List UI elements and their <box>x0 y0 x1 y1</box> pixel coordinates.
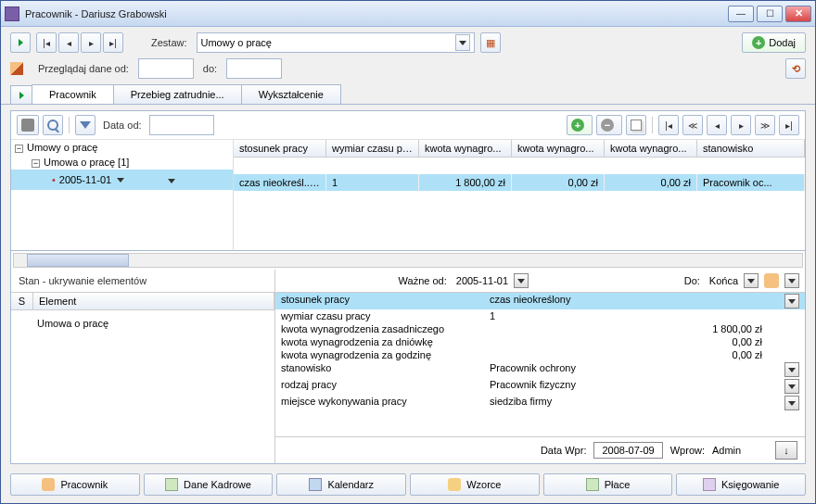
date-to-input[interactable] <box>226 58 282 79</box>
browse-label: Przeglądaj dane od: <box>34 63 133 74</box>
filter-button[interactable] <box>75 115 96 135</box>
calendar-icon <box>309 478 322 491</box>
collapse-icon[interactable]: − <box>32 159 40 168</box>
col-wymiar[interactable]: wymiar czasu pr... <box>326 140 419 157</box>
do-value: Końca <box>709 275 738 286</box>
do-label: Do: <box>534 275 704 286</box>
detail-grid: stosunek pracyczas nieokreślonywymiar cz… <box>275 293 805 436</box>
scroll-down-button[interactable]: ↓ <box>775 441 797 460</box>
detail-dropdown[interactable] <box>784 396 799 410</box>
grid-fastnext-button[interactable]: ≫ <box>755 115 775 135</box>
date-from-input[interactable] <box>138 58 194 79</box>
h-scrollbar[interactable] <box>13 253 803 268</box>
wazne-od-dropdown[interactable] <box>514 273 529 288</box>
detail-row[interactable]: stanowiskoPracownik ochrony <box>275 361 805 378</box>
grid-next-button[interactable]: ▸ <box>731 115 751 135</box>
wazne-od-label: Ważne od: <box>281 275 451 286</box>
detail-row[interactable]: stosunek pracyczas nieokreślony <box>275 293 805 309</box>
refresh-button[interactable]: ⟲ <box>785 58 806 79</box>
edit-icon[interactable] <box>10 62 23 75</box>
detail-dropdown[interactable] <box>784 294 799 309</box>
btab-kalendarz[interactable]: Kalendarz <box>276 473 406 496</box>
tabs-play-button[interactable] <box>10 85 32 104</box>
close-button[interactable]: ✕ <box>785 6 811 22</box>
grid-first-button[interactable]: |◂ <box>658 115 679 135</box>
detail-row[interactable]: kwota wynagrodzenia za godzinę0,00 zł <box>275 348 805 361</box>
detail-value: siedziba firmy <box>490 396 784 410</box>
detail-row[interactable]: wymiar czasu pracy1 <box>275 309 805 322</box>
col-kwota2[interactable]: kwota wynagro... <box>512 140 605 157</box>
grid-last-button[interactable]: ▸| <box>779 115 799 135</box>
col-kwota3[interactable]: kwota wynagro... <box>605 140 697 157</box>
maximize-button[interactable]: ☐ <box>757 6 783 22</box>
collapse-icon[interactable]: − <box>15 145 23 153</box>
detail-row[interactable]: kwota wynagrodzenia zasadniczego1 800,00… <box>275 322 805 335</box>
tree-root[interactable]: −Umowy o pracę <box>11 140 233 155</box>
col-kwota1[interactable]: kwota wynagro... <box>419 140 512 157</box>
person-icon[interactable] <box>764 273 779 288</box>
filter-icon <box>80 121 91 129</box>
col-element[interactable]: Element <box>33 293 274 309</box>
detail-value: Pracownik fizyczny <box>490 379 784 394</box>
btab-ksiegowanie[interactable]: Księgowanie <box>676 473 806 496</box>
col-stanowisko[interactable]: stanowisko <box>697 140 805 157</box>
detail-dropdown[interactable] <box>784 379 799 394</box>
tab-wyksztalcenie[interactable]: Wykształcenie <box>241 84 341 104</box>
detail-value: czas nieokreślony <box>490 294 784 309</box>
minimize-button[interactable]: — <box>728 6 754 22</box>
tab-przebieg[interactable]: Przebieg zatrudnie... <box>113 84 242 104</box>
btab-pracownik[interactable]: Pracownik <box>10 473 140 496</box>
document-icon <box>165 478 178 491</box>
col-stosunek[interactable]: stosunek pracy <box>234 140 326 157</box>
data-wpr-label: Data Wpr: <box>283 445 586 456</box>
detail-key: rodzaj pracy <box>281 379 490 394</box>
element-item[interactable]: Umowa o pracę <box>19 318 267 329</box>
detail-key: miejsce wykonywania pracy <box>281 396 490 410</box>
detail-row[interactable]: miejsce wykonywania pracysiedziba firmy <box>275 395 805 411</box>
detail-value: 1 <box>490 310 784 321</box>
wprow-value: Admin <box>712 445 768 456</box>
search-icon <box>47 120 58 131</box>
grid-copy-button[interactable] <box>626 115 646 135</box>
zestaw-value: Umowy o pracę <box>201 37 272 48</box>
chevron-down-icon <box>455 34 470 51</box>
detail-key: wymiar czasu pracy <box>281 310 490 321</box>
play-button[interactable] <box>10 32 31 53</box>
grid-remove-button[interactable]: − <box>596 115 622 135</box>
table-row[interactable]: czas nieokreśl... 1 1 800,00 zł 0,00 zł … <box>234 174 805 191</box>
tab-pracownik[interactable]: Pracownik <box>32 84 114 104</box>
chevron-down-icon[interactable] <box>117 178 124 183</box>
detail-value: Pracownik ochrony <box>490 362 784 377</box>
nav-last-button[interactable]: ▸| <box>103 32 123 53</box>
col-s[interactable]: S <box>11 293 33 309</box>
wrench-icon <box>21 119 34 132</box>
chevron-down-icon[interactable] <box>168 179 175 183</box>
zestaw-combo[interactable]: Umowy o pracę <box>197 32 475 53</box>
data-od-input[interactable] <box>149 115 214 135</box>
zestaw-action-button[interactable]: ▦ <box>480 32 501 53</box>
detail-dropdown[interactable] <box>784 362 799 377</box>
grid-add-button[interactable]: + <box>567 115 593 135</box>
person-dropdown[interactable] <box>784 273 799 288</box>
nav-next-button[interactable]: ▸ <box>81 32 101 53</box>
grid-prev-button[interactable]: ◂ <box>707 115 727 135</box>
btab-dane-kadrowe[interactable]: Dane Kadrowe <box>144 473 274 496</box>
btab-wzorce[interactable]: Wzorce <box>410 473 540 496</box>
tools-button[interactable] <box>17 115 39 135</box>
detail-row[interactable]: kwota wynagrodzenia za dniówkę0,00 zł <box>275 335 805 348</box>
app-icon <box>5 6 19 21</box>
btab-place[interactable]: Płace <box>543 473 673 496</box>
people-icon <box>448 478 461 491</box>
tree-leaf[interactable]: •2005-11-01 <box>11 170 233 190</box>
data-od-label: Data od: <box>99 120 146 131</box>
do-dropdown[interactable] <box>744 273 759 288</box>
nav-first-button[interactable]: |◂ <box>36 32 57 53</box>
tree-child[interactable]: −Umowa o pracę [1] <box>11 155 233 170</box>
dodaj-button[interactable]: + Dodaj <box>742 32 806 53</box>
detail-row[interactable]: rodzaj pracyPracownik fizyczny <box>275 378 805 395</box>
nav-prev-button[interactable]: ◂ <box>58 32 79 53</box>
grid-fastprev-button[interactable]: ≪ <box>682 115 703 135</box>
do-label: do: <box>199 63 221 74</box>
search-button[interactable] <box>43 115 63 135</box>
detail-key: kwota wynagrodzenia zasadniczego <box>281 323 490 334</box>
